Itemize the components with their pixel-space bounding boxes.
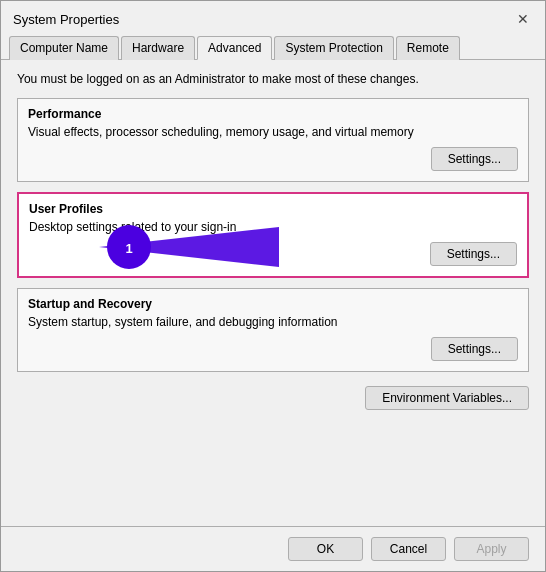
user-profiles-title: User Profiles bbox=[29, 202, 517, 216]
tab-computer-name[interactable]: Computer Name bbox=[9, 36, 119, 60]
title-bar: System Properties ✕ bbox=[1, 1, 545, 29]
cancel-button[interactable]: Cancel bbox=[371, 537, 446, 561]
env-variables-button[interactable]: Environment Variables... bbox=[365, 386, 529, 410]
tab-remote[interactable]: Remote bbox=[396, 36, 460, 60]
performance-settings-button[interactable]: Settings... bbox=[431, 147, 518, 171]
performance-title: Performance bbox=[28, 107, 518, 121]
user-profiles-desc: Desktop settings related to your sign-in bbox=[29, 220, 517, 234]
startup-recovery-title: Startup and Recovery bbox=[28, 297, 518, 311]
env-variables-row: Environment Variables... bbox=[17, 386, 529, 410]
startup-recovery-desc: System startup, system failure, and debu… bbox=[28, 315, 518, 329]
performance-section: Performance Visual effects, processor sc… bbox=[17, 98, 529, 182]
window-title: System Properties bbox=[13, 12, 119, 27]
svg-text:1: 1 bbox=[125, 241, 132, 256]
system-properties-window: System Properties ✕ Computer Name Hardwa… bbox=[0, 0, 546, 572]
tab-system-protection[interactable]: System Protection bbox=[274, 36, 393, 60]
startup-recovery-settings-button[interactable]: Settings... bbox=[431, 337, 518, 361]
bottom-bar: OK Cancel Apply bbox=[1, 526, 545, 571]
admin-note: You must be logged on as an Administrato… bbox=[17, 72, 529, 86]
tab-advanced[interactable]: Advanced bbox=[197, 36, 272, 60]
performance-desc: Visual effects, processor scheduling, me… bbox=[28, 125, 518, 139]
ok-button[interactable]: OK bbox=[288, 537, 363, 561]
tab-hardware[interactable]: Hardware bbox=[121, 36, 195, 60]
user-profiles-settings-button[interactable]: Settings... bbox=[430, 242, 517, 266]
apply-button[interactable]: Apply bbox=[454, 537, 529, 561]
close-button[interactable]: ✕ bbox=[513, 9, 533, 29]
tab-content: You must be logged on as an Administrato… bbox=[1, 60, 545, 526]
tab-bar: Computer Name Hardware Advanced System P… bbox=[1, 29, 545, 60]
user-profiles-section: User Profiles Desktop settings related t… bbox=[17, 192, 529, 278]
user-profiles-wrapper: User Profiles Desktop settings related t… bbox=[17, 192, 529, 288]
startup-recovery-section: Startup and Recovery System startup, sys… bbox=[17, 288, 529, 372]
